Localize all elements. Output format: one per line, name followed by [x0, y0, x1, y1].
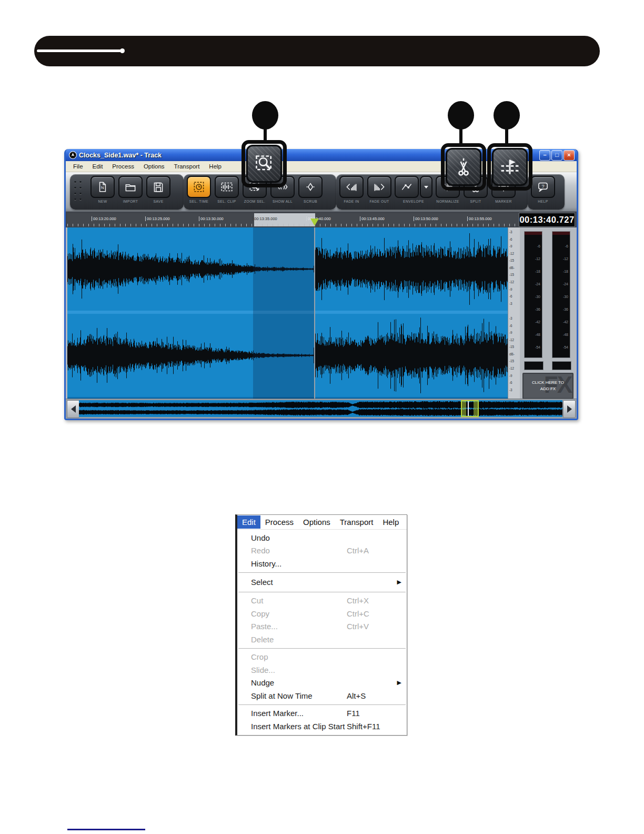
ruler-label: 00:13:20.000 [92, 216, 116, 221]
meter-scale-label: -54 [535, 345, 540, 349]
envelope-dropdown-button[interactable] [420, 176, 432, 198]
amplitude-scale-label: dB- [509, 266, 515, 270]
save-floppy-icon [152, 181, 165, 193]
app-menu-process[interactable]: Process [108, 162, 138, 171]
menu-item-crop: Crop [237, 651, 407, 664]
menu-item-label: Delete [251, 635, 274, 644]
marker-button-enlarged[interactable] [492, 148, 528, 186]
fade-out-button[interactable] [367, 176, 391, 198]
amplitude-scale-label: -3 [509, 302, 512, 305]
view-indicator[interactable] [461, 400, 479, 417]
waveform-area[interactable] [67, 227, 508, 399]
amplitude-scale-label: -12 [509, 252, 514, 255]
scroll-left-button[interactable] [67, 400, 79, 418]
edit-menu-menubar-edit[interactable]: Edit [237, 515, 260, 529]
callout-circle-marker [494, 101, 520, 130]
menu-item-label: Slide... [251, 666, 275, 674]
envelope-button[interactable] [395, 176, 419, 198]
toolbar-group-file: NNEWIMPORTSAVE [70, 174, 184, 210]
edit-menu-menubar-process[interactable]: Process [260, 515, 298, 529]
menu-item-label: Select [251, 578, 273, 587]
new-file-button[interactable]: N [90, 176, 115, 198]
scroll-right-button[interactable] [563, 400, 576, 418]
amplitude-scale-strip: -3-6-9-12-15dB--15-12-9-6-3 -3-6-9-12-15… [508, 227, 520, 399]
edit-menu-menubar-help[interactable]: Help [378, 515, 404, 529]
overview-bar [66, 399, 577, 419]
menu-item-label: Paste... [251, 622, 278, 631]
amplitude-scale-label: -6 [509, 324, 512, 327]
app-menu-options[interactable]: Options [139, 162, 169, 171]
window-title: Clocks_Side1.wav* - Track [79, 152, 162, 159]
fade-in-button[interactable] [339, 176, 364, 198]
toolbar-grip-dots[interactable] [73, 180, 86, 199]
app-menu-edit[interactable]: Edit [88, 162, 107, 171]
toolbar-group-help: ?HELP [528, 174, 565, 210]
import-folder-button[interactable] [118, 176, 143, 198]
overview-strip[interactable] [79, 400, 562, 417]
minimize-button[interactable]: – [539, 150, 550, 161]
menu-item-history[interactable]: History... [237, 557, 407, 570]
save-floppy-button[interactable] [146, 176, 170, 198]
amplitude-scale-label: -6 [509, 295, 512, 298]
menu-separator [238, 648, 406, 649]
app-menu-transport[interactable]: Transport [170, 162, 204, 171]
sel-clip-icon [220, 181, 234, 193]
header-underline [37, 49, 121, 52]
amplitude-scale-label: -9 [509, 374, 512, 378]
menu-item-label: Insert Marker... [251, 709, 304, 718]
meter-scale-label: -54 [563, 345, 568, 349]
menu-item-label: Crop [251, 652, 268, 661]
menu-item-shortcut: F11 [347, 709, 360, 718]
peak-readout-left [524, 361, 544, 370]
app-menu-help[interactable]: Help [205, 162, 226, 171]
meter-scale-label: -48 [535, 333, 540, 336]
zoom-sel-icon [253, 153, 276, 174]
scrub-icon [304, 181, 317, 193]
playhead-marker[interactable] [310, 219, 319, 226]
menu-item-insert-marker[interactable]: Insert Marker...F11 [237, 707, 407, 720]
scrub-label: SCRUB [304, 200, 317, 203]
new-file-label: NEW [98, 200, 107, 203]
level-meter-right: -6-12-18-24-30-36-42-48-54 [552, 231, 570, 358]
split-button-enlarged[interactable] [446, 148, 481, 186]
menu-item-insert-markers-at-clip-start[interactable]: Insert Markers at Clip StartShift+F11 [237, 720, 407, 733]
amplitude-scale-label: -3 [509, 317, 512, 320]
amplitude-scale-label: -6 [509, 238, 512, 241]
menu-item-split-at-now-time[interactable]: Split at Now TimeAlt+S [237, 689, 407, 702]
meter-scale-label: -12 [535, 257, 540, 261]
menu-item-delete: Delete [237, 633, 407, 646]
sel-clip-button[interactable] [215, 176, 239, 198]
help-button[interactable]: ? [531, 176, 555, 198]
callout-stem-marker [505, 127, 508, 145]
help-label: HELP [538, 200, 548, 203]
menu-item-nudge[interactable]: Nudge▶ [237, 677, 407, 690]
scrub-button[interactable] [298, 176, 323, 198]
close-button[interactable]: × [564, 150, 575, 161]
menu-item-select[interactable]: Select▶ [237, 575, 407, 590]
header-underline-dot [120, 48, 125, 53]
sel-time-button[interactable] [187, 176, 211, 198]
amplitude-scale-label: -12 [509, 339, 514, 342]
waveform-selection[interactable] [253, 227, 315, 399]
footer-link-underline [67, 829, 145, 830]
edit-menu-menubar-options[interactable]: Options [298, 515, 335, 529]
normalize-label: NORMALIZE [436, 200, 459, 203]
level-meter-left: -6-12-18-24-30-36-42-48-54 [524, 231, 542, 358]
edit-menu-menubar-transport[interactable]: Transport [335, 515, 378, 529]
menu-item-shortcut: Ctrl+X [347, 596, 369, 605]
marker-label: MARKER [495, 200, 511, 203]
edit-menu-figure: EditProcessOptionsTransportHelp UndoRedo… [235, 514, 407, 736]
add-fx-button[interactable]: FX CLICK HERE TO ADD FX [522, 373, 573, 399]
timeline-ruler[interactable]: 00:13:20.00000:13:25.00000:13:30.00000:1… [67, 213, 519, 226]
help-icon: ? [536, 181, 550, 193]
app-menu-file[interactable]: File [69, 162, 87, 171]
callout-box-split [441, 143, 486, 191]
callout-stem-zoom-sel [264, 127, 267, 143]
maximize-button[interactable]: □ [551, 150, 562, 161]
menu-item-slide: Slide... [237, 663, 407, 677]
app-logo-icon [69, 151, 77, 159]
zoom-sel-button-enlarged[interactable] [246, 145, 282, 183]
menu-item-undo[interactable]: Undo [237, 531, 407, 544]
meter-scale-label: -6 [537, 244, 540, 248]
amplitude-scale-label: -9 [509, 288, 512, 291]
